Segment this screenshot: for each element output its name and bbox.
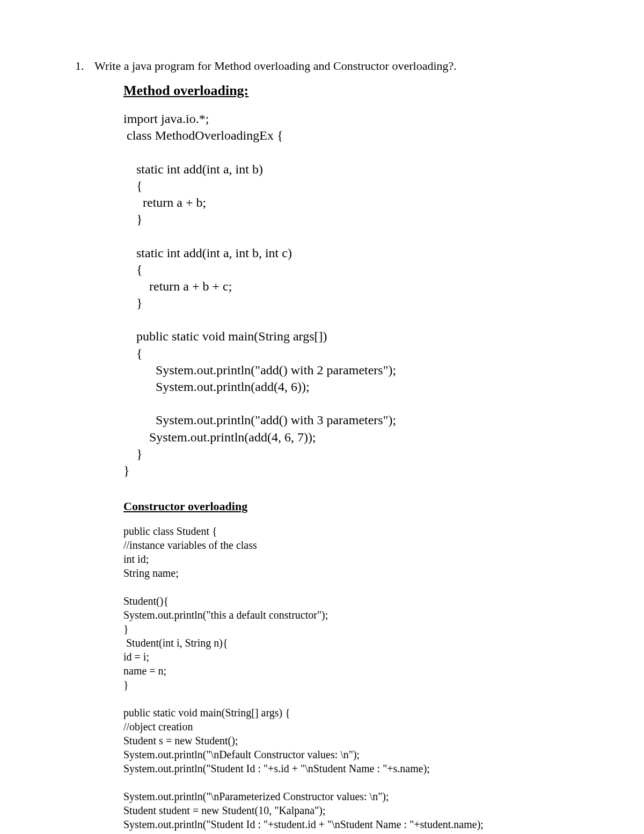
constructor-overloading-heading: Constructor overloading [123,499,569,513]
question-number: 1. [75,59,87,73]
question-line: 1. Write a java program for Method overl… [75,59,569,73]
method-overloading-heading: Method overloading: [123,83,569,99]
question-text: Write a java program for Method overload… [94,59,457,73]
constructor-overloading-code: public class Student { //instance variab… [123,524,569,834]
document-page: 1. Write a java program for Method overl… [0,0,644,834]
method-overloading-code: import java.io.*; class MethodOverloadin… [123,111,569,479]
